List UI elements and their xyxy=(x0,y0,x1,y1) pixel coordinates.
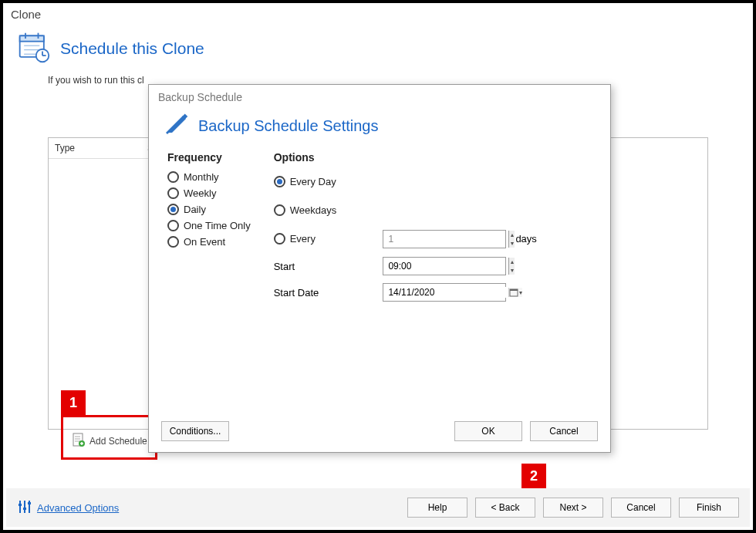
radio-icon xyxy=(167,220,179,231)
dialog-title: Backup Schedule xyxy=(149,85,610,106)
backup-schedule-dialog: Backup Schedule Backup Schedule Settings… xyxy=(148,84,611,453)
dialog-header: Backup Schedule Settings xyxy=(149,106,610,148)
radio-icon xyxy=(274,176,285,187)
sliders-icon xyxy=(17,499,32,517)
page-title: Schedule this Clone xyxy=(60,39,204,58)
start-date-label: Start Date xyxy=(274,287,374,299)
svg-rect-25 xyxy=(19,504,22,506)
page-header: Schedule this Clone xyxy=(3,21,753,70)
radio-daily[interactable]: Daily xyxy=(167,204,251,215)
chevron-down-icon[interactable]: ▼ xyxy=(509,239,515,248)
radio-on-event[interactable]: On Event xyxy=(167,236,251,248)
cancel-button[interactable]: Cancel xyxy=(611,498,671,518)
conditions-button[interactable]: Conditions... xyxy=(161,421,229,441)
every-unit: days xyxy=(515,233,592,245)
next-button[interactable]: Next > xyxy=(543,498,603,518)
cancel-button[interactable]: Cancel xyxy=(530,421,598,441)
radio-icon xyxy=(167,204,179,215)
advanced-options-label[interactable]: Advanced Options xyxy=(37,502,119,514)
chevron-up-icon[interactable]: ▲ xyxy=(509,231,515,239)
start-label: Start xyxy=(274,261,374,272)
annotation-badge-2: 2 xyxy=(521,464,546,488)
svg-marker-18 xyxy=(166,130,169,134)
calendar-dropdown-icon[interactable]: ▾ xyxy=(508,288,522,297)
svg-rect-26 xyxy=(23,508,26,510)
add-schedule-button[interactable]: Add Schedule xyxy=(68,430,152,451)
svg-rect-21 xyxy=(510,289,518,291)
every-n-input[interactable] xyxy=(383,231,508,248)
finish-button[interactable]: Finish xyxy=(679,498,739,518)
frequency-label: Frequency xyxy=(167,151,251,164)
col-type[interactable]: Type xyxy=(49,138,141,159)
annotation-badge-1: 1 xyxy=(61,390,86,415)
help-button[interactable]: Help xyxy=(407,498,467,518)
advanced-options-link[interactable]: Advanced Options xyxy=(17,499,119,517)
pencil-icon xyxy=(164,111,191,140)
back-button[interactable]: < Back xyxy=(475,498,535,518)
ok-button[interactable]: OK xyxy=(454,421,522,441)
start-time-stepper[interactable]: ▲▼ xyxy=(383,257,506,275)
radio-icon xyxy=(167,236,179,248)
start-date-picker[interactable]: ▾ xyxy=(383,283,506,302)
chevron-up-icon[interactable]: ▲ xyxy=(509,258,515,266)
radio-every-n[interactable]: Every xyxy=(274,233,374,245)
frequency-group: Frequency Monthly Weekly Daily One Time … xyxy=(167,151,251,410)
radio-one-time[interactable]: One Time Only xyxy=(167,220,251,231)
start-date-input[interactable] xyxy=(383,287,508,298)
wizard-footer: Advanced Options Help < Back Next > Canc… xyxy=(6,488,750,527)
dialog-footer: Conditions... OK Cancel xyxy=(149,413,610,452)
radio-monthly[interactable]: Monthly xyxy=(167,171,251,183)
radio-weekdays[interactable]: Weekdays xyxy=(274,204,592,216)
add-schedule-label: Add Schedule xyxy=(89,436,147,447)
options-label: Options xyxy=(274,151,592,164)
chevron-down-icon[interactable]: ▼ xyxy=(509,266,515,275)
every-n-stepper[interactable]: ▲▼ xyxy=(383,230,506,248)
radio-every-day[interactable]: Every Day xyxy=(274,176,592,187)
calendar-clock-icon xyxy=(17,30,51,67)
start-time-input[interactable] xyxy=(383,258,508,275)
radio-weekly[interactable]: Weekly xyxy=(167,187,251,199)
radio-icon xyxy=(274,204,285,216)
app-window: Clone Schedule this Clone If you wish to… xyxy=(0,0,756,533)
window-title: Clone xyxy=(3,3,753,21)
svg-rect-27 xyxy=(28,502,31,504)
dialog-heading: Backup Schedule Settings xyxy=(198,117,379,135)
radio-icon xyxy=(167,187,179,199)
svg-marker-17 xyxy=(169,116,186,133)
document-plus-icon xyxy=(73,433,85,449)
options-group: Options Every Day Weekdays Every ▲▼ days… xyxy=(274,151,592,410)
radio-icon xyxy=(274,233,285,245)
radio-icon xyxy=(167,171,179,183)
svg-rect-1 xyxy=(20,35,44,41)
